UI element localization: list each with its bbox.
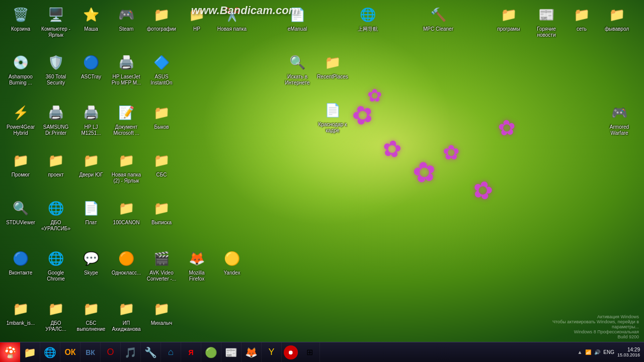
desktop-icon-search_inet[interactable]: 🔍Искать в Интернете (279, 50, 315, 88)
taskbar-record[interactable]: ⏺ (284, 345, 298, 359)
desktop-icon-skype[interactable]: 💬Skype (73, 246, 109, 278)
tray-volume[interactable]: 🔊 (594, 349, 600, 355)
tray-arrow[interactable]: ▲ (577, 349, 582, 355)
icon-image-ashampoo: 💿 (11, 52, 31, 72)
desktop-icons-area: 🗑️Корзина🖥️Компьютер - Ярлык⭐Маша🎮Steam📁… (0, 0, 644, 342)
icon-label-chrome: Google Chrome (40, 270, 72, 282)
desktop-icon-sbs_vyp[interactable]: 📁СБС выполнение (73, 297, 109, 334)
icon-image-bykov: 📁 (151, 103, 172, 123)
icon-label-plat: Плат (86, 220, 97, 226)
icon-label-programmy: програмы (497, 26, 520, 32)
desktop-icon-hp_laser[interactable]: 🖨️HP LaserJet Pro MFP M... (108, 50, 144, 88)
icon-image-vypiska: 📁 (151, 198, 172, 218)
desktop-icon-vk[interactable]: 🔵Вконтакте (3, 246, 39, 278)
desktop-icon-samsung[interactable]: 🖨️SAMSUNG Dr.Printer (38, 101, 74, 138)
desktop-icon-firefox[interactable]: 🦊Mozilla Firefox (179, 246, 215, 284)
desktop-icon-power4gear[interactable]: ⚡Power4Gear Hybrid (3, 101, 39, 138)
taskbar-taskman[interactable]: ⊞ (300, 342, 320, 363)
desktop-icon-ip[interactable]: 📁ИП Ахиджанова (108, 297, 144, 334)
desktop-icon-hp_lj[interactable]: 🖨️HP LJ M1251... (73, 101, 109, 138)
desktop-icon-korzina[interactable]: 🗑️Корзина (3, 3, 39, 34)
taskbar-arch[interactable]: ⌂ (161, 342, 181, 363)
desktop-icon-newpapka[interactable]: ✂️Новая папка (214, 3, 250, 34)
taskbar-firefox[interactable]: 🦊 (242, 342, 262, 363)
desktop-icon-krasnodar[interactable]: 📄Краснодар к кадре (314, 98, 351, 136)
desktop-icon-recent[interactable]: 📁RecentPlaces (314, 50, 351, 82)
icon-label-armored: Armored Warfare (603, 124, 635, 136)
taskbar-chrome[interactable]: 🟢 (201, 342, 221, 363)
desktop-icon-computer[interactable]: 🖥️Компьютер - Ярлык (38, 3, 74, 40)
taskbar-yandex[interactable]: Я (181, 342, 201, 363)
desktop-icon-chrome[interactable]: 🌐Google Chrome (38, 246, 74, 284)
desktop-icon-1mbank[interactable]: 📁1mbank_is... (3, 297, 39, 328)
icon-label-ok: Однокласс... (112, 270, 141, 276)
desktop-icon-promyug[interactable]: 📁Промюг (3, 148, 39, 180)
desktop-icon-bykov[interactable]: 📁Быков (143, 101, 180, 132)
icon-image-dveri: 📁 (81, 150, 101, 170)
icon-image-krasnodar: 📄 (323, 100, 343, 120)
taskbar-explorer[interactable]: 📁 (20, 342, 40, 363)
icon-label-sbs: СБС (156, 172, 167, 178)
icon-image-recent: 📁 (323, 52, 343, 72)
clock-time: 14:29 (627, 347, 640, 352)
desktop-icon-emanual[interactable]: 📄eManual (279, 3, 315, 34)
icon-image-armored: 🎮 (609, 103, 629, 123)
desktop-icon-plat[interactable]: 📄Плат (73, 196, 109, 228)
icon-image-korzina: 🗑️ (11, 5, 31, 25)
icon-label-asus: ASUS InstantOn (145, 74, 178, 86)
desktop-icon-dbo[interactable]: 🌐ДБО «УРАЛСИБ» (38, 196, 74, 234)
desktop-icon-photos[interactable]: 📁фотографии (143, 3, 180, 34)
desktop-icon-fyvaprol[interactable]: 📁фываврол (599, 3, 635, 34)
icon-image-search_inet: 🔍 (287, 52, 307, 72)
desktop-icon-ok[interactable]: 🟠Однокласс... (108, 246, 144, 278)
desktop-icon-proekt[interactable]: 📁проект (38, 148, 74, 180)
taskbar-ok[interactable]: ОК (60, 342, 80, 363)
icon-image-newpapka: ✂️ (222, 5, 242, 25)
desktop-icon-steam[interactable]: 🎮Steam (108, 3, 144, 34)
icon-image-dbo: 🌐 (46, 198, 66, 218)
taskbar-avk[interactable]: 🔧 (141, 342, 161, 363)
tray-lang[interactable]: ENG (603, 349, 614, 355)
desktop-icon-yandex[interactable]: 🟡Yandex (214, 246, 250, 278)
icon-image-mikhalych: 📁 (151, 299, 172, 319)
taskbar-ie[interactable]: 🌐 (40, 342, 60, 363)
desktop-icon-dbo_ural[interactable]: 📁ДБО УРАЛС... (38, 297, 74, 334)
icon-image-emanual: 📄 (287, 5, 307, 25)
desktop-icon-chinese[interactable]: 🌐上网导航 (350, 3, 386, 34)
desktop-icon-armored[interactable]: 🎮Armored Warfare (601, 101, 637, 138)
icon-label-photos: фотографии (147, 26, 176, 32)
desktop-icon-sbs[interactable]: 📁СБС (143, 148, 180, 180)
icon-image-hp_lj: 🖨️ (81, 103, 101, 123)
desktop-icon-doc_ms[interactable]: 📝Документ Microsoft ... (108, 101, 144, 138)
taskbar-news[interactable]: 📰 (221, 342, 242, 363)
desktop-icon-360[interactable]: 🛡️360 Total Security (38, 50, 74, 88)
desktop-icon-programmy[interactable]: 📁програмы (491, 3, 527, 34)
desktop-icon-stdu[interactable]: 🔍STDUViewer (3, 196, 39, 228)
desktop-icon-ashampoo[interactable]: 💿Ashampoo Burning ... (3, 50, 39, 88)
desktop-icon-vypiska[interactable]: 📁Выписка (143, 196, 180, 228)
desktop-icon-hp[interactable]: 📁HP (179, 3, 215, 34)
desktop-icon-masha[interactable]: ⭐Маша (73, 3, 109, 34)
desktop-icon-asctray[interactable]: 🔵ASCTray (73, 50, 109, 82)
taskbar-music[interactable]: 🎵 (121, 342, 141, 363)
icon-image-sbs_vyp: 📁 (81, 299, 101, 319)
icon-image-hp_laser: 🖨️ (116, 52, 136, 72)
desktop-icon-avk[interactable]: 🎬AVK Video Converter -... (143, 246, 180, 284)
desktop-icon-asus[interactable]: 🔷ASUS InstantOn (143, 50, 180, 88)
desktop-icon-novaya[interactable]: 📁Новая папка (2) - Ярлык (108, 148, 144, 186)
icon-label-emanual: eManual (288, 26, 307, 32)
desktop-icon-canon[interactable]: 📁100CANON (108, 196, 144, 228)
icon-label-promyug: Промюг (12, 172, 30, 178)
taskbar-clock[interactable]: 14:29 15.03.2016 (617, 347, 640, 357)
start-button[interactable]: 🍄 (0, 342, 20, 363)
taskbar-opera[interactable]: O (101, 342, 121, 363)
desktop-icon-set[interactable]: 📁сеть (564, 3, 600, 34)
desktop-icon-mpc[interactable]: 🔨MPC Cleaner (420, 3, 456, 34)
taskbar-vk[interactable]: ВК (80, 342, 101, 363)
desktop-icon-dveri[interactable]: 📁Двери ЮГ (73, 148, 109, 180)
icon-label-vypiska: Выписка (151, 220, 172, 226)
taskbar-yandex2[interactable]: Y (262, 342, 282, 363)
desktop-icon-mikhalych[interactable]: 📁Михалыч (143, 297, 180, 328)
desktop-icon-news[interactable]: 📰Горячие новости (528, 3, 565, 40)
icon-label-mikhalych: Михалыч (151, 320, 173, 326)
